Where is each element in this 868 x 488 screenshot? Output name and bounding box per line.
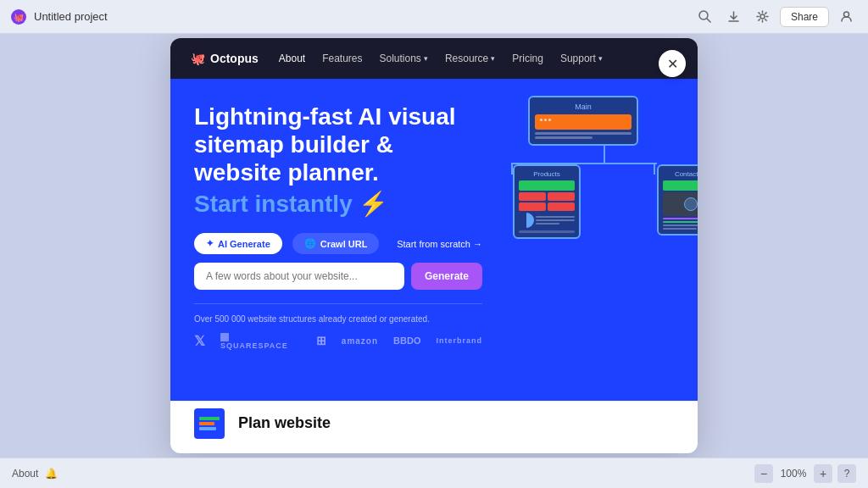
octopus-logo-icon: 🐙 (10, 8, 27, 25)
svg-point-5 (760, 14, 765, 19)
dot-3 (548, 119, 551, 121)
crawl-url-label: Crawl URL (320, 239, 368, 249)
interbrand-logo: Interbrand (436, 336, 482, 345)
v-line (604, 146, 605, 163)
products-red-bars (519, 192, 575, 201)
dot-2 (544, 119, 547, 121)
svg-rect-7 (220, 333, 229, 341)
user-button[interactable] (834, 5, 858, 29)
ai-generate-label: AI Generate (218, 239, 270, 249)
top-bar-right: Share (693, 5, 858, 29)
products-red-bars-2 (519, 202, 575, 211)
settings-button[interactable] (751, 5, 775, 29)
mini-line-2 (536, 219, 575, 221)
products-node-title: Products (519, 170, 575, 178)
website-description-input[interactable] (194, 263, 404, 290)
nav-item-about[interactable]: About (279, 53, 305, 64)
pie-chart (519, 213, 534, 228)
site-bottom-strip: Plan website (170, 401, 698, 445)
nav-item-resource[interactable]: Resource ▾ (445, 53, 495, 64)
nav-item-features[interactable]: Features (322, 53, 362, 64)
nav-item-pricing[interactable]: Pricing (512, 53, 543, 64)
site-logo-icon: 🐙 (191, 52, 205, 65)
nav-item-solutions[interactable]: Solutions ▾ (380, 53, 428, 64)
plan-bar-orange (199, 422, 214, 425)
red-bar-4 (548, 202, 575, 211)
red-bar-2 (548, 192, 575, 201)
zoom-out-button[interactable]: − (754, 464, 773, 483)
figma-logo: ⊞ (316, 334, 326, 347)
sitemap-products-node: Products (513, 164, 581, 239)
main-node-orange-bar (535, 114, 632, 130)
plan-bar-green (199, 417, 220, 420)
top-bar-left: 🐙 Untitled project (10, 8, 108, 25)
svg-text:🐙: 🐙 (14, 12, 25, 23)
crawl-url-tab[interactable]: 🌐 Crawl URL (292, 233, 380, 254)
hero-divider (194, 303, 482, 304)
site-logo-text: Octopus (210, 52, 259, 65)
help-button[interactable]: ? (837, 464, 856, 483)
products-green-bar (519, 180, 575, 191)
download-button[interactable] (722, 5, 746, 29)
zoom-level: 100% (778, 468, 809, 480)
hero-subtitle: Start instantly ⚡ (194, 190, 482, 218)
hero-title: Lightning-fast AI visual sitemap builder… (194, 103, 482, 186)
twitter-logo: 𝕏 (194, 333, 205, 349)
dot-1 (540, 119, 542, 121)
contact-map (663, 192, 698, 216)
contact-line-3 (663, 225, 698, 226)
contact-connector (654, 164, 655, 239)
scratch-link[interactable]: Start from scratch → (397, 239, 482, 249)
sitemap-main-node: Main (528, 96, 638, 146)
products-chart (519, 213, 575, 228)
mini-line-1 (536, 216, 575, 218)
plan-website-text: Plan website (238, 414, 331, 432)
line-1 (535, 132, 632, 135)
canvas-area: ✕ 🐙 Octopus About Features Solutions ▾ R… (0, 34, 868, 458)
sitemap-preview: Main (494, 96, 681, 239)
ai-generate-tab[interactable]: ✦ AI Generate (194, 233, 282, 254)
red-bar-3 (519, 202, 546, 211)
social-proof-text: Over 500 000 website structures already … (194, 314, 482, 324)
globe-icon: 🌐 (304, 238, 316, 249)
about-label[interactable]: About (12, 468, 38, 480)
bottom-left: About 🔔 (12, 468, 58, 480)
contact-node-wrapper: Contact us (657, 164, 698, 239)
amazon-logo: amazon (342, 336, 378, 346)
site-nav: 🐙 Octopus About Features Solutions ▾ Res… (170, 38, 698, 79)
close-button[interactable]: ✕ (659, 50, 686, 77)
project-title: Untitled project (34, 10, 108, 23)
contact-line-green (663, 221, 698, 223)
ai-icon: ✦ (206, 238, 214, 249)
brand-logos: 𝕏 SQUARESPACE ⊞ amazon BBDO Interbrand (194, 332, 482, 350)
plan-icon-inner (199, 417, 220, 430)
main-node-dots (535, 114, 632, 125)
bottom-right: − 100% + ? (754, 464, 856, 483)
products-node-wrapper: Products (513, 164, 581, 239)
sitemap-contact-node: Contact us (657, 164, 698, 236)
search-button[interactable] (693, 5, 717, 29)
contact-line-4 (663, 228, 697, 230)
site-logo: 🐙 Octopus (191, 52, 259, 65)
main-node-title: Main (535, 103, 632, 111)
products-bottom-line (519, 230, 575, 233)
share-button[interactable]: Share (780, 7, 829, 27)
nav-item-support[interactable]: Support ▾ (560, 53, 603, 64)
contact-line-purple (663, 218, 698, 219)
zoom-in-button[interactable]: + (814, 464, 832, 483)
contact-node-title: Contact us (663, 170, 698, 178)
contact-lines (663, 218, 698, 230)
contact-green-bar (663, 180, 698, 191)
v-connector (511, 146, 698, 163)
mini-line-3 (536, 223, 559, 225)
hero-tabs: ✦ AI Generate 🌐 Crawl URL Start from scr… (194, 233, 482, 254)
child-nodes: Products (511, 164, 681, 239)
contact-v-line (654, 164, 655, 175)
generate-button[interactable]: Generate (411, 263, 482, 290)
red-bar-1 (519, 192, 546, 201)
bbdo-logo: BBDO (393, 336, 420, 346)
top-bar: 🐙 Untitled project Share (0, 0, 868, 34)
plan-bar-blue (199, 427, 216, 430)
main-node-lines (535, 132, 632, 139)
svg-line-3 (707, 19, 710, 22)
